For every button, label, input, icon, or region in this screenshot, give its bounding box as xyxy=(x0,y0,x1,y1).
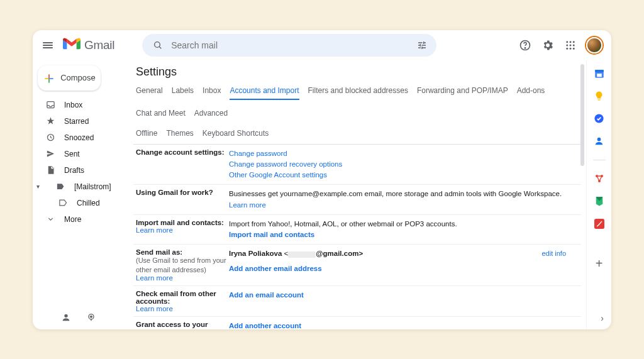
svg-rect-24 xyxy=(595,70,604,72)
sidebar-item-mailstrom[interactable]: ▾[Mailstrom] xyxy=(33,179,128,195)
sidebar-item-starred[interactable]: Starred xyxy=(33,113,128,130)
svg-point-20 xyxy=(64,314,67,317)
svg-point-0 xyxy=(155,41,160,47)
compose-label: Compose xyxy=(60,73,96,82)
chevron-down-icon xyxy=(45,214,55,224)
svg-point-22 xyxy=(91,316,92,318)
tab-advanced[interactable]: Advanced xyxy=(194,109,228,121)
sidebar-footer xyxy=(33,306,128,329)
contacts-icon[interactable] xyxy=(594,136,605,147)
link-workspace-learn[interactable]: Learn more xyxy=(229,201,266,209)
tab-addons[interactable]: Add-ons xyxy=(517,86,545,100)
tab-inbox[interactable]: Inbox xyxy=(203,86,221,100)
tab-offline[interactable]: Offline xyxy=(136,129,157,141)
search-options-icon[interactable] xyxy=(415,38,429,52)
svg-point-5 xyxy=(570,41,572,43)
account-avatar[interactable] xyxy=(586,37,602,53)
main-menu-icon[interactable] xyxy=(42,39,54,52)
scrollbar[interactable] xyxy=(580,64,584,166)
sidebar-item-inbox[interactable]: Inbox xyxy=(33,97,128,113)
svg-point-4 xyxy=(566,41,568,43)
tab-labels[interactable]: Labels xyxy=(172,86,194,100)
tab-forwarding[interactable]: Forwarding and POP/IMAP xyxy=(417,86,508,100)
inbox-icon xyxy=(45,100,55,110)
row-grant-access: Grant access to your account:(Allow othe… xyxy=(133,317,581,329)
compose-plus-icon xyxy=(43,72,54,84)
svg-point-3 xyxy=(525,47,525,48)
side-panel: + xyxy=(586,60,611,329)
gmail-logo-icon xyxy=(63,37,80,53)
link-other-settings[interactable]: Other Google Account settings xyxy=(229,170,579,180)
svg-rect-15 xyxy=(48,79,50,82)
sidebar-item-chilled[interactable]: Chilled xyxy=(33,195,128,211)
search-input[interactable] xyxy=(171,40,415,50)
settings-tabs-row2: Offline Themes Keyboard Shortcuts xyxy=(133,126,581,145)
row-change-account: Change account settings: Change password… xyxy=(133,145,581,185)
svg-rect-25 xyxy=(597,74,602,77)
tab-themes[interactable]: Themes xyxy=(166,129,193,141)
link-edit-info[interactable]: edit info xyxy=(541,248,579,259)
link-add-email[interactable]: Add another email address xyxy=(229,263,579,274)
svg-point-7 xyxy=(566,44,568,46)
sidebar-item-drafts[interactable]: Drafts xyxy=(33,162,128,179)
link-recovery-options[interactable]: Change password recovery options xyxy=(229,159,579,170)
support-icon[interactable] xyxy=(518,38,532,52)
svg-point-27 xyxy=(597,138,601,141)
link-change-password[interactable]: Change password xyxy=(229,148,579,159)
svg-line-1 xyxy=(159,47,161,48)
person-icon[interactable] xyxy=(59,311,73,324)
addon-icon-1[interactable] xyxy=(594,173,605,184)
caret-down-icon: ▾ xyxy=(36,183,43,190)
link-add-another-account[interactable]: Add another account xyxy=(229,321,579,329)
file-icon xyxy=(45,165,55,175)
settings-main: Settings General Labels Inbox Accounts a… xyxy=(128,60,586,329)
hide-side-panel-icon[interactable]: › xyxy=(601,313,604,323)
keep-icon[interactable] xyxy=(594,91,605,102)
body: Compose Inbox Starred Snoozed Sent Draft… xyxy=(33,60,611,329)
svg-rect-14 xyxy=(50,78,53,79)
svg-rect-13 xyxy=(48,74,50,78)
tab-chat[interactable]: Chat and Meet xyxy=(136,109,186,121)
row-check-accounts: Check email from other accounts:Learn mo… xyxy=(133,286,581,317)
addon-icon-2[interactable] xyxy=(594,196,605,207)
link-add-email-account[interactable]: Add an email account xyxy=(229,291,304,299)
calendar-icon[interactable] xyxy=(594,68,605,79)
apps-icon[interactable] xyxy=(564,38,577,52)
row-import: Import mail and contacts:Learn more Impo… xyxy=(133,215,581,245)
gmail-logo-text: Gmail xyxy=(84,38,114,52)
tab-filters[interactable]: Filters and blocked addresses xyxy=(308,86,408,100)
sidebar-item-more[interactable]: More xyxy=(33,211,128,228)
sidebar-item-sent[interactable]: Sent xyxy=(33,146,128,162)
label-icon xyxy=(55,182,65,192)
svg-point-11 xyxy=(570,47,572,49)
settings-icon[interactable] xyxy=(541,38,555,52)
tab-shortcuts[interactable]: Keyboard Shortcuts xyxy=(203,129,269,141)
svg-point-12 xyxy=(573,47,575,49)
settings-tabs-row1: General Labels Inbox Accounts and Import… xyxy=(133,84,581,124)
get-addons-icon[interactable]: + xyxy=(594,258,605,270)
tab-accounts-import[interactable]: Accounts and Import xyxy=(230,86,299,100)
svg-point-9 xyxy=(573,44,575,46)
tab-general[interactable]: General xyxy=(136,86,163,100)
search-bar[interactable] xyxy=(142,34,436,57)
label-icon xyxy=(58,198,68,208)
gmail-logo[interactable]: Gmail xyxy=(63,37,114,53)
addon-icon-3[interactable] xyxy=(594,218,605,229)
svg-point-8 xyxy=(570,44,572,46)
svg-rect-17 xyxy=(48,78,50,79)
search-icon[interactable] xyxy=(151,38,165,52)
row-using-for-work: Using Gmail for work? Businesses get you… xyxy=(133,185,581,215)
svg-rect-16 xyxy=(45,78,49,79)
link-sendas-learn[interactable]: Learn more xyxy=(136,274,173,282)
gmail-window: Gmail xyxy=(33,30,611,329)
sidebar: Compose Inbox Starred Snoozed Sent Draft… xyxy=(33,60,128,329)
sidebar-item-snoozed[interactable]: Snoozed xyxy=(33,130,128,146)
link-import-mail[interactable]: Import mail and contacts xyxy=(229,229,579,240)
send-as-value: Iryna Poliakova <@gmail.com> xyxy=(229,248,363,259)
link-import-learn[interactable]: Learn more xyxy=(136,226,173,234)
tasks-icon[interactable] xyxy=(594,113,605,124)
compose-button[interactable]: Compose xyxy=(38,65,101,91)
link-check-learn[interactable]: Learn more xyxy=(136,305,173,312)
location-icon[interactable] xyxy=(84,311,98,324)
header: Gmail xyxy=(33,30,611,60)
